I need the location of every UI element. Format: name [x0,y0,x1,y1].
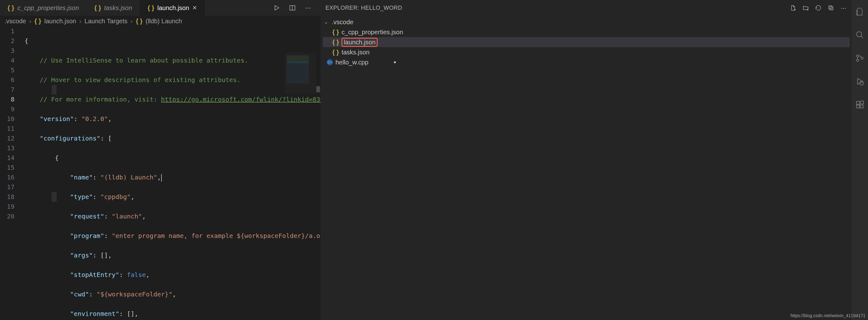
json-icon: { } [332,49,339,56]
file-label: tasks.json [341,49,370,56]
file-tasks-json[interactable]: { } tasks.json [323,47,850,57]
source-control-icon[interactable] [852,51,867,65]
run-debug-icon[interactable] [852,74,867,88]
new-file-icon[interactable] [789,4,797,12]
sidebar-right: EXPLORER: HELLO_WORD ··· ⌄ .vscode { } c… [321,0,868,320]
tab-label: launch.json [157,4,189,12]
split-editor-icon[interactable] [288,3,297,12]
explorer-icon[interactable] [852,4,867,19]
file-launch-json[interactable]: { } launch.json [323,37,850,47]
breadcrumb-item[interactable]: .vscode [4,17,26,25]
json-icon: { } [332,39,339,46]
collapse-all-icon[interactable] [827,4,835,12]
folder-label: .vscode [332,19,353,26]
folder-vscode[interactable]: ⌄ .vscode [323,17,850,27]
file-label: c_cpp_properties.json [341,29,403,36]
svg-point-13 [861,57,863,60]
breadcrumb[interactable]: .vscode › { } launch.json › Launch Targe… [0,16,321,26]
svg-rect-8 [830,7,833,10]
dirty-indicator-icon: ● [394,60,396,65]
editor-actions: ··· [205,0,321,16]
new-folder-icon[interactable] [802,4,809,12]
file-tree: ⌄ .vscode { } c_cpp_properties.json { } … [321,16,851,69]
tab-c-cpp-properties[interactable]: { } c_cpp_properties.json [0,0,87,16]
tab-label: tasks.json [104,4,132,12]
chevron-right-icon: › [79,17,82,25]
close-icon[interactable]: ✕ [192,4,197,11]
breadcrumb-item[interactable]: (lldb) Launch [146,17,182,25]
breadcrumb-item[interactable]: launch.json [44,17,76,25]
json-icon: { } [94,4,101,12]
json-icon: { } [332,29,339,36]
chevron-right-icon: › [131,17,133,25]
refresh-icon[interactable] [814,4,822,12]
file-label: launch.json [341,38,378,47]
run-icon[interactable] [272,3,281,12]
tab-label: c_cpp_properties.json [17,4,79,12]
breadcrumb-item[interactable]: Launch Targets [85,17,127,25]
file-c-cpp-properties[interactable]: { } c_cpp_properties.json [323,27,850,37]
tab-launch-json[interactable]: { } launch.json ✕ [140,0,205,16]
svg-marker-0 [275,6,279,10]
svg-line-10 [861,36,863,38]
editor-pane: { } c_cpp_properties.json { } tasks.json… [0,0,321,320]
json-icon: { } [35,17,41,25]
svg-rect-7 [829,6,832,9]
tab-tasks-json[interactable]: { } tasks.json [87,0,140,16]
svg-rect-16 [857,102,860,104]
json-icon: { } [148,4,154,12]
file-label: hello_w.cpp [336,59,369,66]
file-hello-cpp[interactable]: C+ hello_w.cpp ● [323,57,850,67]
watermark: https://blog.csdn.net/weixin_41194171 [790,313,866,318]
json-icon: { } [7,4,14,12]
chevron-right-icon: › [29,17,31,25]
cpp-icon: C+ [327,59,333,65]
svg-point-12 [857,60,859,62]
line-gutter: 1 2 3 4 5 6 7 8 9 10 11 12 13 14 15 16 1… [0,26,21,320]
svg-point-9 [857,32,862,37]
code-editor[interactable]: 1 2 3 4 5 6 7 8 9 10 11 12 13 14 15 16 1… [0,26,321,320]
search-icon[interactable] [852,28,867,42]
tab-bar: { } c_cpp_properties.json { } tasks.json… [0,0,321,16]
extensions-icon[interactable] [852,98,867,112]
json-icon: { } [136,17,143,25]
more-icon[interactable]: ··· [840,4,847,12]
code-content[interactable]: { // Use IntelliSense to learn about pos… [21,26,321,320]
explorer-title: EXPLORER: HELLO_WORD [326,5,789,11]
svg-point-11 [857,55,859,57]
svg-rect-18 [860,105,863,108]
svg-rect-19 [861,101,863,104]
activity-bar [851,0,868,320]
scrollbar[interactable] [316,86,320,93]
svg-rect-17 [857,105,860,108]
chevron-down-icon: ⌄ [324,20,329,25]
more-icon[interactable]: ··· [304,3,312,12]
explorer-panel: EXPLORER: HELLO_WORD ··· ⌄ .vscode { } c… [321,0,851,320]
minimap[interactable] [285,53,316,94]
